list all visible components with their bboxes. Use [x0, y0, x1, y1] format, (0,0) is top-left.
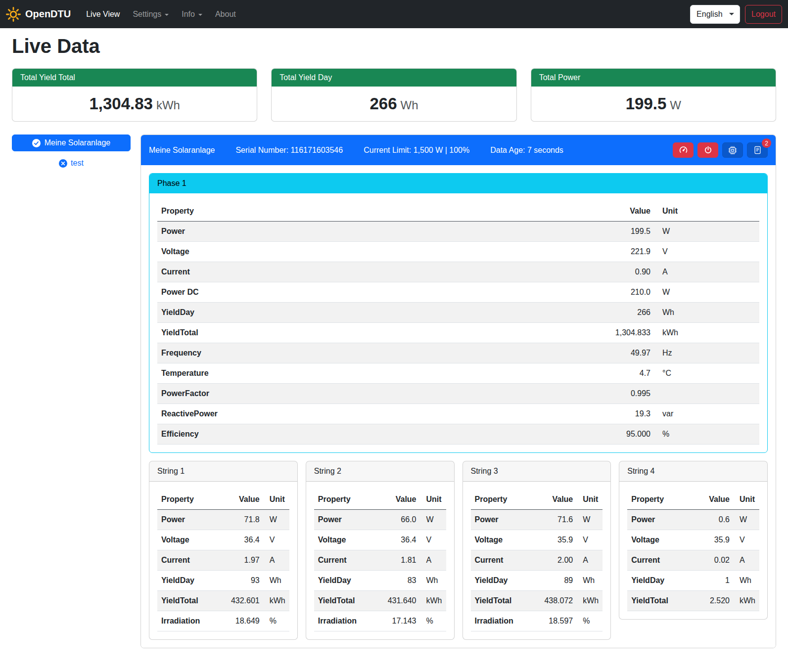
card-value: 199.5	[626, 94, 667, 113]
property-cell: Current	[157, 262, 595, 282]
journal-icon	[753, 146, 762, 154]
phase-table: Property Value Unit Power199.5WVoltage22…	[157, 201, 759, 445]
value-cell: 18.597	[540, 611, 577, 631]
unit-cell: kWh	[577, 591, 603, 611]
column-unit: Unit	[420, 490, 446, 510]
table-row: YieldTotal2.520kWh	[627, 591, 759, 611]
unit-cell: var	[654, 404, 759, 424]
unit-cell: V	[654, 242, 759, 262]
string-card-body: Property Value Unit Power0.6WVoltage35.9…	[619, 482, 767, 619]
property-cell: Current	[314, 550, 384, 571]
string-3-card: String 3 Property Value Unit	[463, 461, 611, 640]
nav-item-info[interactable]: Info	[175, 6, 209, 23]
value-cell: 66.0	[384, 510, 420, 530]
property-cell: Voltage	[314, 530, 384, 550]
inverter-panel-column: Meine Solaranlage Serial Number: 1161716…	[140, 134, 776, 648]
table-row: YieldTotal431.640kWh	[314, 591, 446, 611]
inverter-serial: Serial Number: 116171603546	[235, 146, 343, 155]
table-header-row: Property Value Unit	[627, 490, 759, 510]
value-cell: 71.6	[540, 510, 577, 530]
value-cell: 438.072	[540, 591, 577, 611]
inverter-limit: Current Limit: 1,500 W | 100%	[364, 146, 469, 155]
unit-cell: A	[654, 262, 759, 282]
value-cell: 89	[540, 571, 577, 591]
column-unit: Unit	[734, 490, 759, 510]
limit-settings-button[interactable]	[673, 142, 694, 158]
unit-cell: A	[264, 550, 289, 571]
unit-cell: A	[420, 550, 446, 571]
table-row: Power DC210.0W	[157, 282, 759, 303]
unit-cell: W	[264, 510, 289, 530]
table-row: Power0.6W	[627, 510, 759, 530]
property-cell: Power	[627, 510, 698, 530]
logout-button[interactable]: Logout	[745, 5, 782, 24]
property-cell: YieldTotal	[157, 323, 595, 343]
property-cell: YieldTotal	[157, 591, 227, 611]
power-icon	[704, 146, 712, 154]
unit-cell: %	[577, 611, 603, 631]
table-row: Power66.0W	[314, 510, 446, 530]
inverter-select-label: Meine Solaranlage	[45, 138, 110, 147]
inverter-select-button[interactable]: Meine Solaranlage	[12, 134, 131, 151]
card-header: Total Yield Total	[12, 69, 257, 87]
table-row: YieldDay89Wh	[471, 571, 603, 591]
string-1-card: String 1 Property Value Unit	[149, 461, 298, 640]
column-value: Value	[698, 490, 734, 510]
value-cell: 199.5	[595, 222, 654, 242]
value-cell: 35.9	[540, 530, 577, 550]
table-row: PowerFactor0.995	[157, 384, 759, 404]
nav-item-live-view[interactable]: Live View	[80, 6, 126, 23]
unit-cell: Wh	[654, 303, 759, 323]
phase-card-body: Property Value Unit Power199.5WVoltage22…	[149, 193, 767, 452]
table-row: Current1.81A	[314, 550, 446, 571]
property-cell: Temperature	[157, 363, 595, 384]
unit-cell: W	[654, 222, 759, 242]
language-select-wrap: English	[690, 5, 740, 24]
value-cell: 2.00	[540, 550, 577, 571]
device-info-button[interactable]	[722, 142, 743, 158]
brand-label: OpenDTU	[25, 8, 71, 20]
property-cell: Power DC	[157, 282, 595, 303]
unit-cell: %	[264, 611, 289, 631]
nav-label: Live View	[86, 10, 120, 19]
check-circle-icon	[32, 139, 41, 147]
card-unit: Wh	[401, 98, 418, 112]
inverter-panel-header: Meine Solaranlage Serial Number: 1161716…	[141, 135, 776, 165]
property-cell: Voltage	[157, 530, 227, 550]
string-card-body: Property Value Unit Power66.0WVoltage36.…	[306, 482, 454, 639]
inverter-item-test[interactable]: test	[12, 159, 131, 168]
inverter-item-label: test	[71, 159, 84, 168]
value-cell: 0.90	[595, 262, 654, 282]
strings-row: String 1 Property Value Unit	[149, 461, 768, 640]
property-cell: PowerFactor	[157, 384, 595, 404]
nav-item-about[interactable]: About	[209, 6, 242, 23]
cpu-icon	[728, 146, 737, 155]
string-table-body: Power66.0WVoltage36.4VCurrent1.81AYieldD…	[314, 510, 446, 631]
table-row: Power71.6W	[471, 510, 603, 530]
language-select[interactable]: English	[690, 5, 740, 24]
value-cell: 36.4	[227, 530, 264, 550]
phase-table-body: Power199.5WVoltage221.9VCurrent0.90APowe…	[157, 222, 759, 445]
table-row: Voltage35.9V	[471, 530, 603, 550]
string-card-header: String 2	[306, 461, 454, 482]
property-cell: YieldDay	[627, 571, 698, 591]
table-row: ReactivePower19.3var	[157, 404, 759, 424]
property-cell: Power	[471, 510, 541, 530]
string-2-card: String 2 Property Value Unit	[306, 461, 455, 640]
main-nav: Live View Settings Info About	[80, 6, 242, 23]
power-button[interactable]	[697, 142, 718, 158]
table-row: Current0.02A	[627, 550, 759, 571]
property-cell: Power	[314, 510, 384, 530]
table-row: Current1.97A	[157, 550, 289, 571]
table-row: Irradiation17.143%	[314, 611, 446, 631]
property-cell: Power	[157, 510, 227, 530]
nav-item-settings[interactable]: Settings	[126, 6, 175, 23]
card-body: 199.5W	[531, 87, 776, 121]
unit-cell: V	[734, 530, 759, 550]
unit-cell: W	[420, 510, 446, 530]
page-title: Live Data	[12, 35, 776, 57]
table-row: YieldTotal432.601kWh	[157, 591, 289, 611]
app-brand[interactable]: OpenDTU	[6, 7, 71, 22]
column-property: Property	[314, 490, 384, 510]
table-row: Temperature4.7°C	[157, 363, 759, 384]
